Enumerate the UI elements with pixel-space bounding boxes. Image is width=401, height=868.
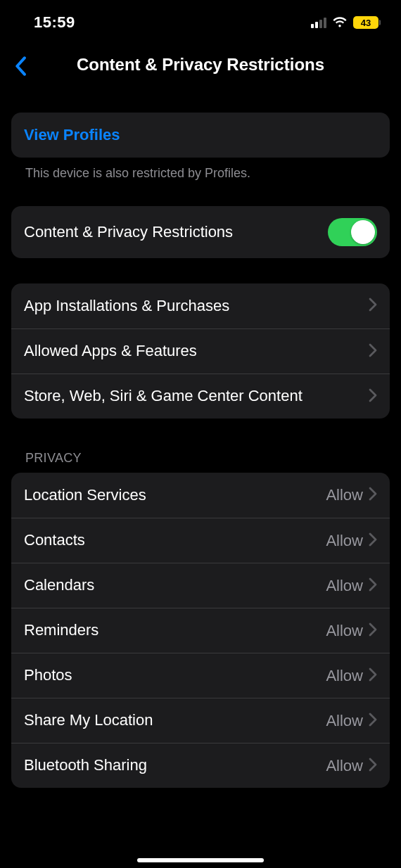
restrictions-toggle-group: Content & Privacy Restrictions <box>11 206 390 258</box>
profiles-footer-note: This device is also restricted by Profil… <box>11 158 390 181</box>
chevron-right-icon <box>369 487 377 504</box>
chevron-right-icon <box>369 532 377 549</box>
row-label: Calendars <box>24 575 326 595</box>
row-detail-value: Allow <box>326 757 363 775</box>
chevron-right-icon <box>369 577 377 594</box>
restrictions-toggle-label: Content & Privacy Restrictions <box>24 222 328 242</box>
row-label: Location Services <box>24 485 326 505</box>
privacy-group: Location Services Allow Contacts Allow C… <box>11 473 390 788</box>
row-detail-value: Allow <box>326 577 363 595</box>
photos-row[interactable]: Photos Allow <box>11 653 390 698</box>
view-profiles-row[interactable]: View Profiles <box>11 113 390 158</box>
location-services-row[interactable]: Location Services Allow <box>11 473 390 518</box>
row-label: Reminders <box>24 620 326 640</box>
row-detail-value: Allow <box>326 667 363 685</box>
restrictions-toggle-row[interactable]: Content & Privacy Restrictions <box>11 206 390 258</box>
row-detail-value: Allow <box>326 712 363 730</box>
status-indicators: 43 <box>311 16 378 29</box>
row-detail-value: Allow <box>326 622 363 640</box>
restrictions-toggle[interactable] <box>328 218 377 246</box>
contacts-row[interactable]: Contacts Allow <box>11 518 390 563</box>
chevron-right-icon <box>369 343 377 360</box>
row-label: Store, Web, Siri & Game Center Content <box>24 386 369 406</box>
reminders-row[interactable]: Reminders Allow <box>11 608 390 653</box>
bluetooth-sharing-row[interactable]: Bluetooth Sharing Allow <box>11 743 390 788</box>
content-options-group: App Installations & Purchases Allowed Ap… <box>11 283 390 419</box>
chevron-right-icon <box>369 758 377 774</box>
chevron-right-icon <box>369 388 377 405</box>
chevron-right-icon <box>369 713 377 729</box>
row-label: Photos <box>24 665 326 685</box>
calendars-row[interactable]: Calendars Allow <box>11 563 390 608</box>
battery-indicator: 43 <box>353 16 378 29</box>
cellular-signal-icon <box>311 17 326 28</box>
status-bar: 15:59 43 <box>0 0 401 41</box>
chevron-right-icon <box>369 668 377 684</box>
navigation-header: Content & Privacy Restrictions <box>0 41 401 94</box>
back-button[interactable] <box>10 53 31 79</box>
share-my-location-row[interactable]: Share My Location Allow <box>11 698 390 743</box>
row-label: Allowed Apps & Features <box>24 341 369 361</box>
row-label: Share My Location <box>24 710 326 730</box>
wifi-icon <box>332 17 348 28</box>
row-detail-value: Allow <box>326 486 363 504</box>
home-indicator[interactable] <box>137 858 264 862</box>
row-detail-value: Allow <box>326 532 363 550</box>
row-label: Bluetooth Sharing <box>24 755 326 775</box>
allowed-apps-row[interactable]: Allowed Apps & Features <box>11 328 390 374</box>
chevron-right-icon <box>369 623 377 639</box>
status-time: 15:59 <box>34 13 75 32</box>
view-profiles-label: View Profiles <box>24 125 377 145</box>
row-label: Contacts <box>24 530 326 550</box>
privacy-section-header: PRIVACY <box>11 451 390 473</box>
row-label: App Installations & Purchases <box>24 296 369 316</box>
profiles-group: View Profiles <box>11 113 390 158</box>
app-installations-row[interactable]: App Installations & Purchases <box>11 283 390 328</box>
page-title: Content & Privacy Restrictions <box>77 55 324 75</box>
chevron-right-icon <box>369 298 377 314</box>
store-web-siri-row[interactable]: Store, Web, Siri & Game Center Content <box>11 374 390 419</box>
